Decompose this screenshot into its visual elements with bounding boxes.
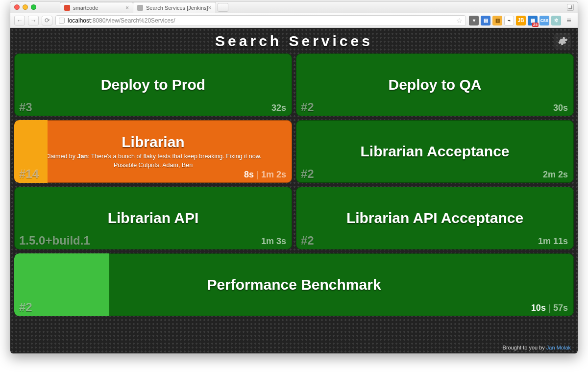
tab-close-icon[interactable]: × xyxy=(208,4,212,11)
card-body: Performance Benchmark xyxy=(207,277,381,293)
card-title: Librarian Acceptance xyxy=(361,144,510,159)
dashboard-viewport: Search Services Deploy to Prod#332sDeplo… xyxy=(10,28,578,353)
calendar-extension-icon[interactable]: ▦ 25 xyxy=(528,16,538,25)
browser-tab[interactable]: smartcode× xyxy=(60,2,133,13)
window-traffic-lights xyxy=(14,4,36,10)
page-icon xyxy=(59,18,65,24)
build-duration: 1m 2s xyxy=(261,170,286,179)
card-title: Librarian API xyxy=(108,210,199,226)
tab-title: Search Services [Jenkins] xyxy=(146,5,208,11)
build-timing: 32s xyxy=(271,103,286,113)
page-title: Search Services xyxy=(14,30,574,53)
settings-button[interactable] xyxy=(554,33,571,50)
build-number: #2 xyxy=(301,234,314,248)
chrome-menu-button[interactable]: ≡ xyxy=(564,16,574,25)
build-grid: Deploy to Prod#332sDeploy to QA#230sLibr… xyxy=(14,53,574,316)
wallet-extension-icon[interactable]: ▤ xyxy=(481,16,490,25)
jb-extension-icon[interactable]: JB xyxy=(516,16,526,25)
build-number: 1.5.0+build.1 xyxy=(19,234,90,248)
build-timing: 1m 3s xyxy=(261,236,286,247)
globe-extension-icon[interactable]: ✲ xyxy=(551,16,561,25)
build-number: #2 xyxy=(19,300,32,314)
bookmark-star-icon[interactable]: ☆ xyxy=(456,17,463,25)
card-body: LibrarianClaimed by Jan: There's a bunch… xyxy=(45,134,262,169)
footer-text: Brought to you by xyxy=(503,345,546,350)
back-button[interactable]: ← xyxy=(14,16,25,25)
card-culprits: Possible Culprits: Adam, Ben xyxy=(114,162,193,169)
build-card-perf-bench[interactable]: Performance Benchmark#210s | 57s xyxy=(14,253,574,316)
card-title: Deploy to QA xyxy=(388,77,481,93)
build-card-librarian-api-acceptance[interactable]: Librarian API Acceptance#21m 11s xyxy=(296,187,574,249)
tab-favicon xyxy=(137,5,143,11)
tab-title: smartcode xyxy=(73,5,98,11)
build-duration: 32s xyxy=(271,103,286,113)
build-duration: 1m 11s xyxy=(538,236,568,246)
reload-button[interactable]: ⟳ xyxy=(42,16,52,25)
browser-toolbar: ← → ⟳ localhost:8080/view/Search%20Servi… xyxy=(10,13,578,28)
tab-close-icon[interactable]: × xyxy=(125,4,129,11)
mask-extension-icon[interactable]: ⌁ xyxy=(504,16,514,25)
footer: Brought to you by Jan Molak xyxy=(503,345,571,350)
zoom-window-button[interactable] xyxy=(31,4,36,10)
browser-tabs: smartcode×Search Services [Jenkins]× xyxy=(60,1,216,13)
pocket-extension-icon[interactable]: ▾ xyxy=(469,16,479,25)
browser-window: smartcode×Search Services [Jenkins]× ← →… xyxy=(10,1,578,354)
close-window-button[interactable] xyxy=(14,4,20,10)
build-eta: 10s xyxy=(531,303,546,313)
card-title: Librarian API Acceptance xyxy=(346,210,523,226)
card-body: Deploy to Prod xyxy=(101,77,205,93)
calendar-badge: 25 xyxy=(532,23,539,27)
card-title: Librarian xyxy=(122,134,184,150)
card-body: Librarian API xyxy=(108,210,199,226)
card-body: Deploy to QA xyxy=(388,77,481,93)
build-number: #2 xyxy=(301,167,314,181)
card-body: Librarian Acceptance xyxy=(361,144,510,159)
address-bar[interactable]: localhost:8080/view/Search%20Services/ ☆ xyxy=(55,15,466,26)
url-host: localhost xyxy=(68,17,91,24)
footer-link[interactable]: Jan Molak xyxy=(546,345,571,350)
window-titlebar: smartcode×Search Services [Jenkins]× xyxy=(10,1,578,13)
build-duration: 30s xyxy=(553,103,568,113)
css-extension-icon[interactable]: css xyxy=(539,16,549,25)
new-tab-button[interactable] xyxy=(218,3,228,12)
build-card-librarian-acceptance[interactable]: Librarian Acceptance#22m 2s xyxy=(296,120,574,183)
browser-tab[interactable]: Search Services [Jenkins]× xyxy=(133,2,216,13)
card-body: Librarian API Acceptance xyxy=(346,210,523,226)
expand-window-button[interactable] xyxy=(567,4,574,11)
build-timing: 2m 2s xyxy=(543,170,568,180)
build-eta: 8s xyxy=(244,170,254,179)
build-duration: 57s xyxy=(553,303,568,313)
url-port: :8080 xyxy=(91,17,105,24)
build-timing: 10s | 57s xyxy=(531,303,568,313)
build-card-deploy-prod[interactable]: Deploy to Prod#332s xyxy=(14,53,292,116)
card-title: Deploy to Prod xyxy=(101,77,205,93)
extension-tray: ▾ ▤ ▥ ⌁ JB ▦ 25 css ✲ xyxy=(469,16,561,25)
build-number: #14 xyxy=(19,167,39,181)
build-card-librarian-api[interactable]: Librarian API1.5.0+build.11m 3s xyxy=(14,187,292,249)
minimize-window-button[interactable] xyxy=(23,4,28,10)
build-number: #3 xyxy=(19,100,32,114)
build-card-librarian[interactable]: LibrarianClaimed by Jan: There's a bunch… xyxy=(14,120,292,183)
build-timing: 30s xyxy=(553,103,568,113)
build-duration: 2m 2s xyxy=(543,170,568,179)
build-card-deploy-qa[interactable]: Deploy to QA#230s xyxy=(296,53,574,116)
forward-button[interactable]: → xyxy=(28,16,39,25)
build-timing: 8s | 1m 2s xyxy=(244,170,286,180)
url-text: localhost:8080/view/Search%20Services/ xyxy=(68,17,175,24)
build-duration: 1m 3s xyxy=(261,236,286,246)
url-path: /view/Search%20Services/ xyxy=(105,17,175,24)
tab-favicon xyxy=(64,5,70,11)
build-timing: 1m 11s xyxy=(538,236,568,247)
layers-extension-icon[interactable]: ▥ xyxy=(492,16,502,25)
build-number: #2 xyxy=(301,100,314,114)
gear-icon xyxy=(557,36,568,47)
card-claim: Claimed by Jan: There's a bunch of flaky… xyxy=(45,153,262,160)
card-title: Performance Benchmark xyxy=(207,277,381,293)
